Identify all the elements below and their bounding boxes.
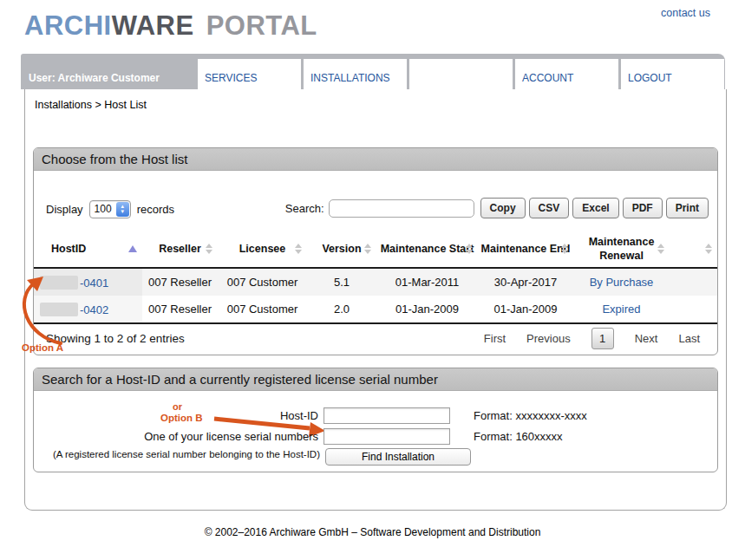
copy-button[interactable]: Copy: [480, 198, 526, 218]
find-installation-button[interactable]: Find Installation: [325, 448, 471, 466]
search-label: Search:: [285, 202, 324, 215]
sort-both-icon: [657, 244, 664, 254]
sort-ascending-icon: [128, 245, 137, 252]
archiware-portal-page: { "header": { "contact_link": "contact u…: [0, 0, 745, 560]
cell-maintenance-end: 30-Apr-2017: [478, 268, 573, 296]
column-label: Version: [322, 243, 361, 255]
host-table-row[interactable]: -0402 007 Reseller 007 Customer 2.0 01-J…: [34, 296, 717, 323]
cell-maintenance-end: 01-Jan-2009: [478, 296, 573, 323]
renewal-link[interactable]: Expired: [602, 303, 640, 316]
logo-portal: PORTAL: [206, 10, 317, 41]
select-stepper-icon: ▲▼: [116, 202, 129, 217]
cell-maintenance-renewal: By Purchase: [573, 268, 670, 296]
pagination-page-1[interactable]: 1: [591, 328, 614, 349]
display-records-select[interactable]: 100 ▲▼: [89, 200, 131, 218]
host-search-panel-title: Search for a Host-ID and a currently reg…: [34, 368, 717, 391]
serial-number-note: (A registered license serial number belo…: [34, 449, 320, 459]
column-header-reseller[interactable]: Reseller: [142, 231, 218, 268]
sort-both-icon: [206, 244, 212, 254]
sort-both-icon: [705, 244, 712, 254]
column-header-licensee[interactable]: Licensee: [218, 231, 307, 268]
logo: ARCHIWAREPORTAL: [24, 10, 317, 42]
option-a-arrow-icon: [10, 270, 75, 348]
column-label: Reseller: [159, 243, 201, 255]
serial-number-input[interactable]: [323, 428, 450, 445]
cell-blank: [670, 296, 717, 323]
column-label: Maintenance Renewal: [589, 236, 655, 262]
host-search-panel: Search for a Host-ID and a currently reg…: [33, 368, 718, 472]
pagination-first[interactable]: First: [484, 332, 506, 345]
column-header-maintenance-renewal[interactable]: Maintenance Renewal: [573, 231, 670, 268]
logo-archi: ARCHI: [24, 10, 112, 41]
table-header-row: HostID Reseller Licensee Version Mainten…: [34, 231, 717, 268]
sort-both-icon: [466, 244, 473, 254]
nav-item-label: INSTALLATIONS: [310, 72, 390, 84]
serial-format-hint: Format: 160xxxxx: [474, 430, 563, 443]
column-header-maintenance-start[interactable]: Maintenance Start: [376, 231, 478, 268]
table-search-input[interactable]: [329, 199, 474, 218]
nav-item-label: SERVICES: [205, 72, 257, 84]
logo-ware: WARE: [112, 10, 194, 41]
hosts-table: HostID Reseller Licensee Version Mainten…: [34, 231, 717, 324]
column-header-blank[interactable]: [670, 231, 717, 268]
nav-item-account[interactable]: ACCOUNT: [515, 59, 618, 89]
host-id-input[interactable]: [323, 407, 450, 424]
host-list-panel: Choose from the Host list Display 100 ▲▼…: [33, 147, 718, 355]
column-label: Maintenance End: [481, 243, 571, 255]
cell-version: 5.1: [307, 268, 376, 296]
cell-reseller: 007 Reseller: [142, 268, 218, 296]
sort-both-icon: [561, 244, 568, 254]
records-label: records: [137, 203, 174, 216]
footer-copyright: © 2002–2016 Archiware GmbH – Software De…: [0, 526, 745, 538]
display-records-group: Display 100 ▲▼ records: [46, 198, 174, 220]
cell-maintenance-start: 01-Jan-2009: [376, 296, 478, 323]
nav-item-label: ACCOUNT: [522, 72, 573, 84]
column-label: Licensee: [239, 243, 286, 255]
sort-both-icon: [295, 244, 302, 254]
column-label: Maintenance Start: [381, 243, 474, 255]
column-label: HostID: [51, 243, 86, 255]
host-table-row[interactable]: -0401 007 Reseller 007 Customer 5.1 01-M…: [34, 268, 717, 296]
host-id-link[interactable]: -0401: [80, 277, 108, 290]
cell-reseller: 007 Reseller: [142, 296, 218, 323]
cell-maintenance-renewal: Expired: [573, 296, 670, 323]
cell-licensee: 007 Customer: [218, 268, 307, 296]
pagination-last[interactable]: Last: [678, 332, 700, 345]
renewal-link[interactable]: By Purchase: [590, 276, 654, 289]
pagination-previous[interactable]: Previous: [526, 332, 571, 345]
cell-blank: [670, 268, 717, 296]
nav-item-empty: [409, 59, 513, 89]
table-search-group: Search: Copy CSV Excel PDF Print: [285, 197, 709, 219]
navbar: User: Archiware Customer SERVICES INSTAL…: [21, 54, 725, 89]
display-records-value: 100: [90, 203, 116, 215]
breadcrumb: Installations > Host List: [35, 99, 147, 111]
cell-licensee: 007 Customer: [218, 296, 307, 323]
column-header-hostid[interactable]: HostID: [34, 231, 142, 268]
nav-item-installations[interactable]: INSTALLATIONS: [304, 59, 407, 89]
column-header-maintenance-end[interactable]: Maintenance End: [478, 231, 573, 268]
nav-item-services[interactable]: SERVICES: [198, 59, 301, 89]
pagination-next[interactable]: Next: [635, 332, 658, 345]
display-label: Display: [46, 203, 83, 216]
nav-item-label: LOGOUT: [628, 72, 672, 84]
host-id-link[interactable]: -0402: [80, 303, 108, 316]
nav-user-label: User: Archiware Customer: [29, 72, 160, 84]
nav-item-logout[interactable]: LOGOUT: [621, 59, 724, 89]
print-button[interactable]: Print: [666, 198, 709, 218]
serial-number-label: One of your license serial numbers: [34, 430, 318, 443]
column-header-version[interactable]: Version: [307, 231, 376, 268]
host-list-panel-title: Choose from the Host list: [34, 148, 717, 171]
cell-version: 2.0: [307, 296, 376, 323]
csv-button[interactable]: CSV: [529, 198, 570, 218]
contact-us-link[interactable]: contact us: [661, 7, 710, 19]
excel-button[interactable]: Excel: [572, 198, 618, 218]
host-id-label: Host-ID: [34, 409, 318, 422]
pdf-button[interactable]: PDF: [623, 198, 663, 218]
pagination: First Previous 1 Next Last: [484, 326, 700, 350]
sort-both-icon: [364, 244, 371, 254]
host-id-format-hint: Format: xxxxxxxx-xxxx: [474, 409, 587, 422]
cell-maintenance-start: 01-Mar-2011: [376, 268, 478, 296]
